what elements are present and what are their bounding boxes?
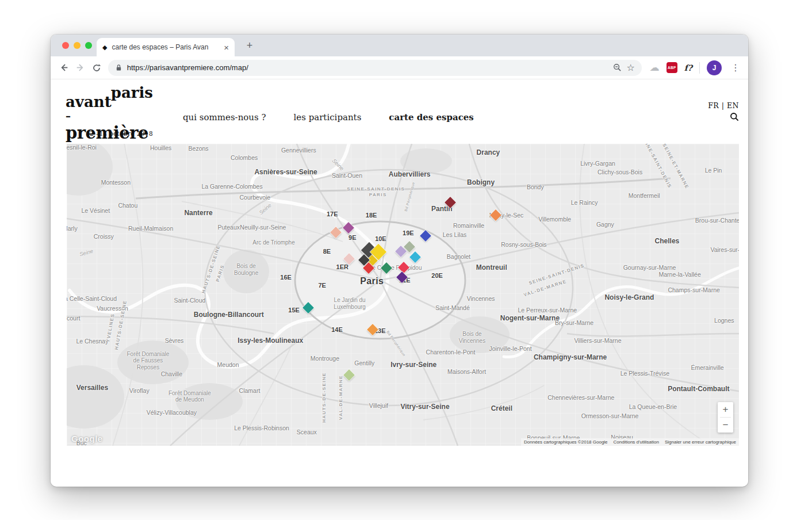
window-close-button[interactable] [62, 42, 69, 49]
reload-button[interactable] [89, 60, 105, 76]
window-minimize-button[interactable] [74, 42, 81, 49]
map-marker[interactable] [398, 262, 409, 273]
bookmark-star-icon[interactable]: ☆ [626, 63, 634, 72]
map-marker[interactable] [490, 209, 501, 221]
map-marker[interactable] [420, 230, 431, 242]
tab-close-icon[interactable]: × [224, 43, 229, 52]
nav-item-carte-des-espaces[interactable]: carte des espaces [389, 112, 473, 123]
map[interactable]: Le Mesnil-le-RoiHouillesBezonsColombesGe… [67, 144, 739, 446]
nav-item-qui-sommes-nous[interactable]: qui sommes-nous ? [183, 112, 266, 123]
browser-menu-kebab-icon[interactable]: ⋮ [729, 62, 742, 73]
language-switcher: FR | EN [708, 101, 739, 110]
font-extension-icon[interactable]: f? [684, 63, 692, 72]
back-button[interactable] [56, 60, 72, 76]
nav-item-les-participants[interactable]: les participants [294, 112, 362, 123]
search-icon [730, 112, 739, 121]
map-marker[interactable] [445, 197, 457, 208]
report-error-link[interactable]: Signaler une erreur cartographique [665, 439, 736, 445]
logo-paris: paris [111, 85, 153, 100]
logo-dates: 12 –14 octobre 2018 [86, 130, 153, 137]
page-content: paris avant –première 12 –14 octobre 201… [51, 79, 748, 486]
new-tab-button[interactable]: + [243, 39, 256, 53]
zoom-out-icon[interactable] [613, 63, 622, 72]
main-nav: qui sommes-nous ? les participants carte… [183, 112, 474, 123]
search-button[interactable] [730, 112, 739, 124]
attribution-data: Données cartographiques ©2018 Google [524, 439, 608, 445]
window-fullscreen-button[interactable] [85, 42, 92, 49]
map-marker[interactable] [330, 227, 342, 238]
lang-en[interactable]: EN [727, 101, 739, 110]
padlock-icon [115, 64, 122, 71]
toolbar-extras: ☁ ABP f? J ⋮ [650, 60, 742, 75]
forward-button[interactable] [72, 60, 89, 76]
lang-fr[interactable]: FR [708, 101, 719, 110]
zoom-out-button[interactable]: − [718, 418, 733, 433]
toolbar-separator [699, 62, 700, 74]
google-logo[interactable]: Google [71, 434, 103, 443]
tab-bar: ◆ carte des espaces – Paris Avan × + [51, 35, 748, 56]
lang-separator: | [722, 101, 725, 110]
back-arrow-icon [59, 63, 69, 72]
site-favicon-diamond-icon: ◆ [102, 44, 107, 51]
tab-title: carte des espaces – Paris Avan [112, 43, 220, 51]
cloud-extension-icon[interactable]: ☁ [650, 63, 660, 72]
map-marker[interactable] [409, 251, 421, 263]
profile-avatar[interactable]: J [707, 60, 722, 75]
traffic-lights [62, 42, 92, 49]
reload-icon [92, 63, 101, 72]
map-marker[interactable] [396, 272, 408, 283]
logo-avant: avant [66, 94, 112, 109]
zoom-in-button[interactable]: + [718, 402, 733, 417]
map-marker[interactable] [367, 324, 378, 335]
browser-toolbar: https://parisavantpremiere.com/map/ ☆ ☁ … [51, 56, 748, 79]
forward-arrow-icon [75, 63, 85, 72]
address-bar[interactable]: https://parisavantpremiere.com/map/ ☆ [108, 60, 642, 76]
browser-tab[interactable]: ◆ carte des espaces – Paris Avan × [97, 38, 235, 56]
browser-window: ◆ carte des espaces – Paris Avan × + [51, 35, 748, 487]
site-logo[interactable]: paris avant –première 12 –14 octobre 201… [66, 87, 153, 140]
map-attribution: Données cartographiques ©2018 Google Con… [521, 438, 739, 446]
map-marker[interactable] [343, 253, 355, 265]
map-marker[interactable] [302, 302, 314, 313]
map-marker[interactable] [343, 369, 355, 381]
map-marker[interactable] [381, 262, 393, 274]
map-markers [67, 144, 739, 446]
logo-dash: – [66, 110, 71, 122]
map-marker[interactable] [343, 222, 354, 234]
adblock-extension-icon[interactable]: ABP [667, 62, 677, 73]
map-zoom-control: + − [718, 402, 733, 433]
url-text[interactable]: https://parisavantpremiere.com/map/ [127, 63, 366, 72]
terms-link[interactable]: Conditions d'utilisation [614, 439, 659, 445]
